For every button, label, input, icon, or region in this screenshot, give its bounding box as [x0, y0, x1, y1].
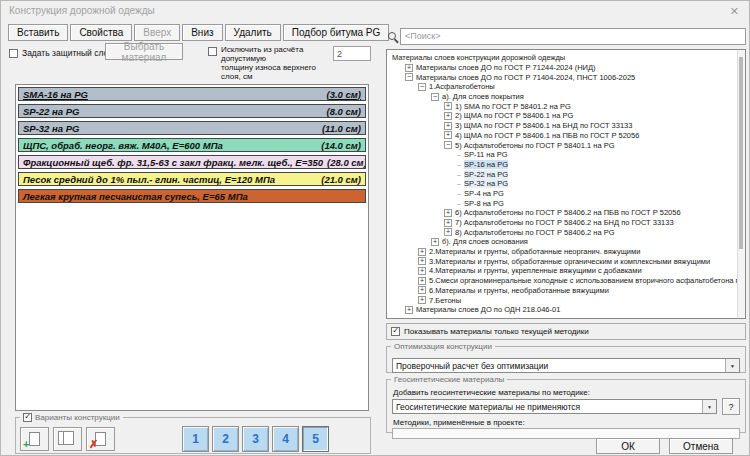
- tree-item[interactable]: +5.Смеси органоминеральные холодные с ис…: [390, 276, 735, 286]
- variant-5-button[interactable]: 5: [302, 426, 329, 452]
- tree-item[interactable]: +4) ЩМА по ГОСТ Р 58406.1 на ПБВ по ГОСТ…: [390, 131, 735, 141]
- expand-icon[interactable]: +: [418, 296, 426, 304]
- collapse-icon[interactable]: −: [405, 73, 413, 81]
- tree-item[interactable]: +6) Асфальтобетоны по ГОСТ Р 58406.2 на …: [390, 208, 735, 218]
- add-variant-button[interactable]: +: [20, 427, 49, 451]
- tree-item[interactable]: −а). Для слоев покрытия: [390, 92, 735, 102]
- expand-icon[interactable]: +: [405, 306, 413, 314]
- tree-item[interactable]: +3.Материалы и грунты, обработанные орга…: [390, 256, 735, 266]
- collapse-icon[interactable]: −: [444, 141, 452, 149]
- tree-item[interactable]: −1.Асфальтобетоны: [390, 82, 735, 92]
- tree-item-label: б). Для слоев основания: [442, 237, 528, 246]
- tree-item[interactable]: −5) Асфальтобетоны по ГОСТ Р 58401.1 на …: [390, 140, 735, 150]
- tree-item[interactable]: –SP-8 на PG: [390, 198, 735, 208]
- expand-icon[interactable]: +: [405, 64, 413, 72]
- tree-item[interactable]: +Материалы слоев ДО по ГОСТ Р 71244-2024…: [390, 63, 735, 73]
- expand-icon[interactable]: +: [418, 267, 426, 275]
- tree-item[interactable]: +7) Асфальтобетоны по ГОСТ Р 58406.2 на …: [390, 218, 735, 228]
- choose-material-button[interactable]: Выбрать материал: [105, 43, 183, 60]
- layer-row[interactable]: SMA-16 на PG(3.0 см): [18, 87, 366, 101]
- tree-item[interactable]: −Материалы слоев ДО по ГОСТ Р 71404-2024…: [390, 72, 735, 82]
- filter-methodology-checkbox[interactable]: Показывать материалы только текущей мето…: [386, 323, 746, 340]
- tree-item[interactable]: –SP-4 на PG: [390, 189, 735, 199]
- optimization-select[interactable]: Проверочный расчет без оптимизации ▼: [392, 358, 740, 373]
- expand-icon[interactable]: +: [444, 219, 452, 227]
- layer-row[interactable]: SP-22 на PG(8.0 см): [18, 104, 366, 118]
- tree-item[interactable]: +4.Материалы и грунты, укрепленные вяжущ…: [390, 266, 735, 276]
- variants-checkbox[interactable]: [23, 413, 32, 422]
- tree-item[interactable]: +1) SMA по ГОСТ Р 58401.2 на PG: [390, 101, 735, 111]
- variant-1-button[interactable]: 1: [182, 426, 209, 452]
- chevron-down-icon[interactable]: ▼: [702, 400, 716, 413]
- move-up-button[interactable]: Вверх: [134, 24, 180, 41]
- scrollbar-thumb[interactable]: [739, 57, 743, 249]
- copy-variant-button[interactable]: [53, 427, 82, 451]
- exclude-wear-label: Исключить из расчёта допустимую толщину …: [221, 45, 330, 81]
- expand-icon[interactable]: +: [418, 248, 426, 256]
- tree-item[interactable]: –SP-16 на PG: [390, 160, 735, 170]
- expand-icon[interactable]: +: [444, 228, 452, 236]
- optimization-group-label: Оптимизация конструкции: [391, 342, 495, 351]
- expand-icon[interactable]: +: [444, 112, 452, 120]
- variant-3-button[interactable]: 3: [242, 426, 269, 452]
- tree-item[interactable]: +Материалы слоев ДО по ОДН 218.046-01: [390, 305, 735, 315]
- checkbox-icon[interactable]: [391, 327, 400, 336]
- geosynthetics-select[interactable]: Геосинтетические материалы не применяютс…: [392, 399, 717, 414]
- collapse-icon[interactable]: −: [431, 93, 439, 101]
- tree-item[interactable]: –SP-11 на PG: [390, 150, 735, 160]
- tree-scrollbar[interactable]: [737, 50, 745, 318]
- tree-item[interactable]: +2) ЩМА по ГОСТ Р 58406.1 на PG: [390, 111, 735, 121]
- checkbox-icon[interactable]: [9, 49, 18, 58]
- checkbox-icon[interactable]: [208, 47, 217, 56]
- tree-item[interactable]: +7.Бетоны: [390, 295, 735, 305]
- cross-icon: ✗: [89, 439, 98, 449]
- tree-item[interactable]: +6.Материалы и грунты, необработанные вя…: [390, 286, 735, 296]
- move-down-button[interactable]: Вниз: [182, 24, 222, 41]
- tree-item[interactable]: +8) Асфальтобетоны по ГОСТ Р 58406.2 на …: [390, 227, 735, 237]
- layers-list[interactable]: SMA-16 на PG(3.0 см)SP-22 на PG(8.0 см)S…: [15, 84, 369, 411]
- delete-variant-button[interactable]: ✗: [86, 427, 115, 451]
- layer-row[interactable]: Песок средний до 1% пыл.- глин. частиц, …: [18, 172, 366, 186]
- tree-connector: –: [457, 190, 461, 197]
- properties-button[interactable]: Свойства: [70, 24, 132, 41]
- expand-icon[interactable]: +: [418, 277, 426, 285]
- geosynthetics-selected-value: Геосинтетические материалы не применяютс…: [393, 402, 702, 412]
- search-input[interactable]: [400, 28, 746, 45]
- tree-item[interactable]: –SP-32 на PG: [390, 179, 735, 189]
- expand-icon[interactable]: +: [418, 286, 426, 294]
- bitumen-pg-selection-button[interactable]: Подбор битума PG: [283, 24, 390, 41]
- copy-page-back-icon: [63, 431, 74, 445]
- chevron-down-icon[interactable]: ▼: [725, 359, 739, 372]
- cancel-button[interactable]: Отмена: [669, 438, 733, 454]
- tree-item[interactable]: +3) ЩМА по ГОСТ Р 58406.1 на БНД по ГОСТ…: [390, 121, 735, 131]
- layer-row[interactable]: SP-32 на PG(11.0 см): [18, 121, 366, 135]
- exclude-wear-checkbox[interactable]: Исключить из расчёта допустимую толщину …: [208, 45, 330, 81]
- variant-buttons: 12345: [182, 426, 329, 452]
- expand-icon[interactable]: +: [444, 209, 452, 217]
- tree-item[interactable]: –SP-22 на PG: [390, 169, 735, 179]
- materials-tree[interactable]: Материалы слоев конструкции дорожной оде…: [386, 49, 746, 319]
- delete-button[interactable]: Удалить: [225, 24, 281, 41]
- layer-row[interactable]: ЩПС, обраб. неорг. вяж. М40А, E=600 МПа(…: [18, 138, 366, 152]
- expand-icon[interactable]: +: [444, 131, 452, 139]
- construction-variants-group: Варианты конструкции + ✗ 12345: [15, 413, 371, 454]
- tree-item[interactable]: +2.Материалы и грунты, обработанные неор…: [390, 247, 735, 257]
- expand-icon[interactable]: +: [431, 238, 439, 246]
- tree-item-label: 8) Асфальтобетоны по ГОСТ Р 58406.2 на P…: [455, 228, 614, 237]
- help-button[interactable]: ?: [722, 398, 740, 415]
- expand-icon[interactable]: +: [418, 257, 426, 265]
- expand-icon[interactable]: +: [444, 122, 452, 130]
- optimization-group: Оптимизация конструкции Проверочный расч…: [386, 342, 746, 373]
- layer-row[interactable]: Легкая крупная песчанистая супесь, E=65 …: [18, 189, 366, 203]
- layer-row[interactable]: Фракционный щеб. фр. 31,5-63 с закл фрак…: [18, 155, 366, 169]
- protective-layer-checkbox[interactable]: Задать защитный слой: [9, 48, 113, 58]
- expand-icon[interactable]: +: [444, 102, 452, 110]
- insert-button[interactable]: Вставить: [8, 24, 68, 41]
- collapse-icon[interactable]: −: [418, 83, 426, 91]
- variant-2-button[interactable]: 2: [212, 426, 239, 452]
- tree-item[interactable]: +б). Для слоев основания: [390, 237, 735, 247]
- wear-thickness-input[interactable]: [333, 46, 371, 61]
- variant-4-button[interactable]: 4: [272, 426, 299, 452]
- ok-button[interactable]: ОК: [596, 438, 660, 454]
- tree-item[interactable]: Материалы слоев конструкции дорожной оде…: [390, 53, 735, 63]
